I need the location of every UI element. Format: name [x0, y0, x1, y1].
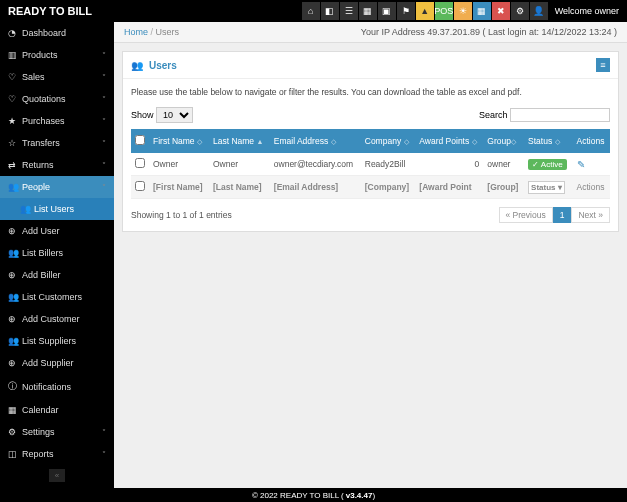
sidebar-item-label: Reports: [22, 449, 54, 459]
clear-icon[interactable]: ✖: [492, 2, 510, 20]
sidebar-item-list-suppliers[interactable]: 👥List Suppliers: [0, 330, 114, 352]
sidebar-item-notifications[interactable]: ⓘNotifications: [0, 374, 114, 399]
sidebar-item-dashboard[interactable]: ◔Dashboard: [0, 22, 114, 44]
filter-email[interactable]: [Email Address]: [270, 176, 361, 199]
filter-last[interactable]: [Last Name]: [209, 176, 270, 199]
sidebar-item-returns[interactable]: ⇄Returns˅: [0, 154, 114, 176]
plus-icon: ⊕: [8, 270, 22, 280]
panel-body: Please use the table below to navigate o…: [123, 79, 618, 231]
calendar-icon[interactable]: ▦: [359, 2, 377, 20]
plus-icon: ⊕: [8, 358, 22, 368]
filter-group[interactable]: [Group]: [483, 176, 524, 199]
brand-logo: READY TO BILL: [8, 5, 92, 17]
pos-button[interactable]: POS: [435, 2, 453, 20]
pager-current[interactable]: 1: [553, 207, 572, 223]
plus-icon: ⊕: [8, 226, 22, 236]
sidebar-item-label: Add Supplier: [22, 358, 74, 368]
sidebar-item-label: Add Biller: [22, 270, 61, 280]
search-input[interactable]: [510, 108, 610, 122]
people-icon: 👥: [8, 182, 22, 192]
pager-prev[interactable]: « Previous: [499, 207, 553, 223]
col-group[interactable]: Group◇: [483, 129, 524, 153]
sidebar-item-label: List Customers: [22, 292, 82, 302]
table-filter-row: [First Name] [Last Name] [Email Address]…: [131, 176, 610, 199]
table-head: First Name ◇ Last Name ▲ Email Address ◇…: [131, 129, 610, 153]
show-select[interactable]: 10: [156, 107, 193, 123]
cell-first: Owner: [149, 153, 209, 176]
sidebar-item-label: Add User: [22, 226, 60, 236]
sidebar-item-transfers[interactable]: ☆Transfers˅: [0, 132, 114, 154]
barcode-icon: ▥: [8, 50, 22, 60]
pager-next[interactable]: Next »: [571, 207, 610, 223]
sidebar-item-people[interactable]: 👥People˅: [0, 176, 114, 198]
star-icon: ☆: [8, 138, 22, 148]
sidebar-item-label: Sales: [22, 72, 45, 82]
filter-checkbox[interactable]: [135, 181, 145, 191]
info-icon: ⓘ: [8, 380, 22, 393]
chevron-down-icon: ˅: [102, 183, 106, 192]
sidebar-item-list-users[interactable]: 👥List Users: [0, 198, 114, 220]
user-icon[interactable]: 👤: [530, 2, 548, 20]
cell-status: ✓ Active: [524, 153, 573, 176]
sidebar-item-list-customers[interactable]: 👥List Customers: [0, 286, 114, 308]
users-table: First Name ◇ Last Name ▲ Email Address ◇…: [131, 129, 610, 199]
tile-icon[interactable]: ▦: [473, 2, 491, 20]
sidebar-item-add-customer[interactable]: ⊕Add Customer: [0, 308, 114, 330]
breadcrumb-page: Users: [156, 27, 180, 37]
sidebar-item-quotations[interactable]: ♡Quotations˅: [0, 88, 114, 110]
today-icon[interactable]: ☀: [454, 2, 472, 20]
chevron-down-icon: ˅: [102, 51, 106, 60]
calc-icon[interactable]: ▣: [378, 2, 396, 20]
sidebar-item-list-billers[interactable]: 👥List Billers: [0, 242, 114, 264]
status-select[interactable]: Status ▾: [528, 181, 565, 194]
list-icon[interactable]: ☰: [340, 2, 358, 20]
col-status[interactable]: Status ◇: [524, 129, 573, 153]
alert-icon[interactable]: ▲: [416, 2, 434, 20]
sidebar-item-add-user[interactable]: ⊕Add User: [0, 220, 114, 242]
col-points[interactable]: Award Points ◇: [415, 129, 483, 153]
footer-text: © 2022 READY TO BILL (: [252, 491, 344, 500]
status-badge: ✓ Active: [528, 159, 567, 170]
cell-company: Ready2Bill: [361, 153, 416, 176]
sidebar-item-add-biller[interactable]: ⊕Add Biller: [0, 264, 114, 286]
panel-menu-icon[interactable]: ≡: [596, 58, 610, 72]
sidebar-item-label: Returns: [22, 160, 54, 170]
sidebar-item-calendar[interactable]: ▦Calendar: [0, 399, 114, 421]
sidebar-item-sales[interactable]: ♡Sales˅: [0, 66, 114, 88]
edit-icon[interactable]: ✎: [577, 159, 585, 170]
flag-icon[interactable]: ⚑: [397, 2, 415, 20]
col-company[interactable]: Company ◇: [361, 129, 416, 153]
sidebar-item-label: Transfers: [22, 138, 60, 148]
sidebar-item-label: Purchases: [22, 116, 65, 126]
sidebar-item-label: Products: [22, 50, 58, 60]
sidebar-item-reports[interactable]: ◫Reports˅: [0, 443, 114, 465]
panel-header: 👥 Users ≡: [123, 52, 618, 79]
select-all-checkbox[interactable]: [135, 135, 145, 145]
pager: « Previous 1 Next »: [499, 207, 610, 223]
sidebar-item-settings[interactable]: ⚙Settings˅: [0, 421, 114, 443]
filter-points[interactable]: [Award Point: [415, 176, 483, 199]
sidebar-item-label: List Users: [34, 204, 74, 214]
sidebar-item-products[interactable]: ▥Products˅: [0, 44, 114, 66]
settings-icon[interactable]: ⚙: [511, 2, 529, 20]
sidebar-item-purchases[interactable]: ★Purchases˅: [0, 110, 114, 132]
welcome-label[interactable]: Welcome owner: [555, 6, 619, 16]
col-first-name[interactable]: First Name ◇: [149, 129, 209, 153]
home-icon[interactable]: ⌂: [302, 2, 320, 20]
col-last-name[interactable]: Last Name ▲: [209, 129, 270, 153]
sidebar-collapse[interactable]: «: [0, 465, 114, 486]
footer: © 2022 READY TO BILL (v3.4.47): [0, 488, 627, 502]
breadcrumb-home[interactable]: Home: [124, 27, 148, 37]
users-icon: 👥: [131, 60, 143, 71]
sidebar-item-add-supplier[interactable]: ⊕Add Supplier: [0, 352, 114, 374]
filter-first[interactable]: [First Name]: [149, 176, 209, 199]
chevron-down-icon: ˅: [102, 73, 106, 82]
row-checkbox[interactable]: [135, 158, 145, 168]
col-actions: Actions: [573, 129, 610, 153]
col-email[interactable]: Email Address ◇: [270, 129, 361, 153]
dashboard-icon[interactable]: ◧: [321, 2, 339, 20]
sidebar-item-label: Calendar: [22, 405, 59, 415]
panel-title: Users: [149, 60, 177, 71]
users-icon: 👥: [20, 204, 34, 214]
filter-company[interactable]: [Company]: [361, 176, 416, 199]
